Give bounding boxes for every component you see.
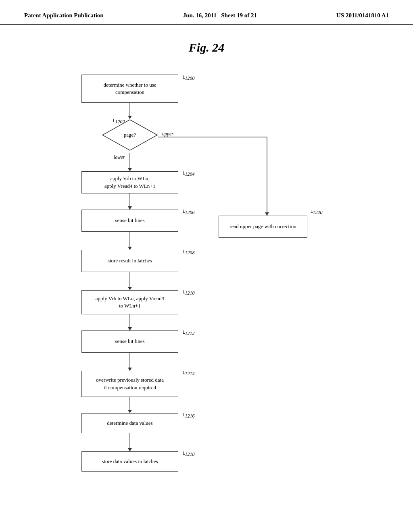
- node-1206: sense bit lines: [81, 210, 178, 232]
- ref-1202: └1202: [112, 119, 125, 125]
- node-1210-label: apply Vrb to WLn, apply Vread3to WLn+1: [96, 295, 164, 310]
- ref-1218-text: └1218: [181, 451, 195, 457]
- node-1216: determine data values: [81, 413, 178, 433]
- ref-1220: └1220: [309, 210, 323, 216]
- ref-1204-text: └1204: [181, 171, 195, 177]
- node-1202-label: page?: [124, 132, 136, 138]
- node-1200: determine whether to usecompensation: [81, 75, 178, 103]
- patent-number-text: US 2011/0141810 A1: [336, 12, 389, 19]
- date-sheet-label: Jun. 16, 2011 Sheet 19 of 21: [183, 11, 257, 20]
- node-1216-label: determine data values: [107, 420, 152, 427]
- ref-1202-text: └1202: [112, 119, 125, 125]
- ref-1212: └1212: [181, 330, 195, 337]
- ref-1220-text: └1220: [309, 210, 323, 215]
- svg-marker-5: [128, 206, 132, 210]
- node-1204: apply Vrb to WLn,apply Vread4 to WLn+1: [81, 171, 178, 193]
- ref-1206: └1206: [181, 210, 195, 216]
- patent-number-label: US 2011/0141810 A1: [336, 11, 389, 20]
- svg-marker-17: [128, 448, 132, 451]
- ref-1216-text: └1216: [181, 413, 195, 419]
- node-1208-label: store result in latches: [108, 257, 152, 264]
- node-1214: overwrite previously stored dataif compe…: [81, 371, 178, 397]
- node-1220: read upper page with correction: [219, 216, 307, 238]
- svg-marker-20: [265, 212, 269, 216]
- ref-1200: └1200: [181, 75, 195, 81]
- ref-1214-text: └1214: [181, 371, 195, 376]
- node-1204-label: apply Vrb to WLn,apply Vread4 to WLn+1: [104, 175, 155, 189]
- node-1218: store data values in latches: [81, 451, 178, 472]
- svg-marker-15: [128, 410, 132, 413]
- ref-1216: └1216: [181, 413, 195, 419]
- node-1200-label: determine whether to usecompensation: [103, 81, 156, 96]
- node-1212-label: sense bit lines: [115, 338, 145, 345]
- publication-text: Patent Application Publication: [24, 12, 104, 19]
- ref-1218: └1218: [181, 451, 195, 457]
- node-1202: page?: [102, 119, 158, 151]
- figure-title: Fig. 24: [0, 41, 413, 54]
- svg-marker-13: [128, 368, 132, 371]
- ref-1208-text: └1208: [181, 250, 195, 256]
- label-lower: lower: [114, 154, 125, 160]
- node-1208: store result in latches: [81, 250, 178, 272]
- ref-1208: └1208: [181, 250, 195, 256]
- flowchart-svg: [41, 66, 372, 502]
- svg-marker-1: [128, 116, 132, 119]
- ref-1210-text: └1210: [181, 290, 195, 296]
- date-text: Jun. 16, 2011: [183, 12, 217, 19]
- label-upper: upper: [162, 131, 173, 137]
- page-header: Patent Application Publication Jun. 16, …: [0, 0, 413, 25]
- sheet-text: Sheet 19 of 21: [221, 12, 257, 19]
- ref-1212-text: └1212: [181, 330, 195, 336]
- svg-marker-3: [128, 168, 132, 171]
- ref-1206-text: └1206: [181, 210, 195, 215]
- node-1214-label: overwrite previously stored dataif compe…: [96, 376, 164, 391]
- svg-marker-11: [128, 327, 132, 330]
- node-1220-label: read upper page with correction: [229, 223, 296, 230]
- publication-label: Patent Application Publication: [24, 11, 104, 20]
- node-1206-label: sense bit lines: [115, 217, 145, 224]
- ref-1210: └1210: [181, 290, 195, 296]
- figure-title-text: Fig. 24: [189, 41, 224, 54]
- svg-marker-7: [128, 247, 132, 250]
- node-1218-label: store data values in latches: [102, 458, 158, 465]
- node-1212: sense bit lines: [81, 330, 178, 353]
- ref-1214: └1214: [181, 371, 195, 377]
- node-1210: apply Vrb to WLn, apply Vread3to WLn+1: [81, 290, 178, 314]
- ref-1204: └1204: [181, 171, 195, 177]
- svg-marker-9: [128, 287, 132, 290]
- flowchart-container: determine whether to usecompensation └12…: [41, 66, 372, 502]
- ref-1200-text: └1200: [181, 75, 195, 81]
